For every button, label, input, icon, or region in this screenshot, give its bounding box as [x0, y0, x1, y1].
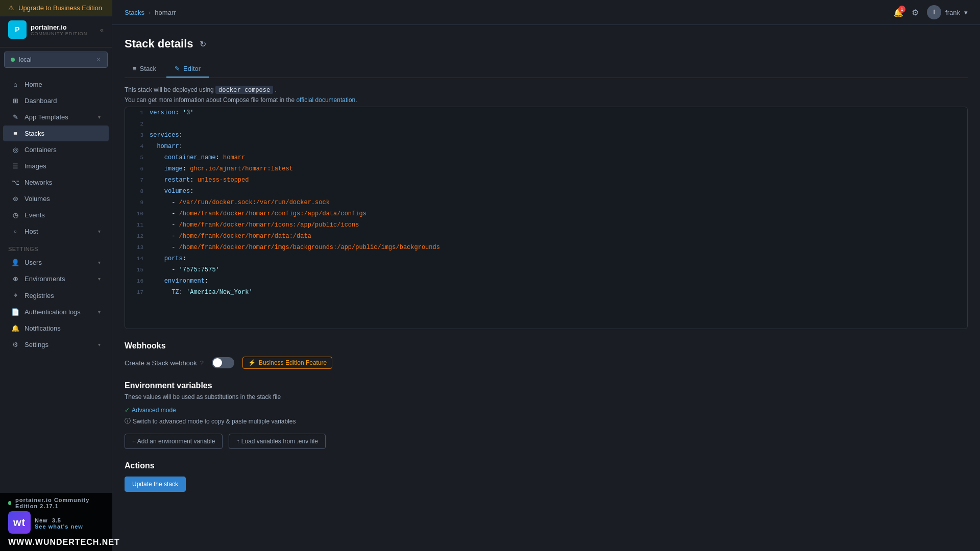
code-line-1: 1 version: '3': [125, 107, 967, 118]
code-editor[interactable]: 1 version: '3' 2 3 services: 4 homarr: 5: [125, 107, 968, 329]
notifications-bell-icon[interactable]: 🔔 1: [893, 8, 903, 17]
code-line-4: 4 homarr:: [125, 141, 967, 152]
info-icon: ⓘ: [125, 417, 131, 425]
watermark-version-info: New 3.5 See what's new: [35, 517, 83, 530]
editor-tab-icon: ✎: [175, 65, 180, 72]
notifications-icon: 🔔: [11, 324, 19, 332]
sidebar-item-stacks[interactable]: ≡ Stacks: [3, 126, 109, 141]
sidebar-item-home[interactable]: ⌂ Home: [3, 77, 109, 92]
sidebar-item-label: Events: [24, 211, 45, 219]
sidebar-item-registries[interactable]: ⌖ Registries: [3, 287, 109, 304]
code-line-11: 11 - /home/frank/docker/homarr/icons:/ap…: [125, 219, 967, 231]
toggle-knob: [213, 358, 222, 367]
code-line-7: 7 restart: unless-stopped: [125, 174, 967, 186]
breadcrumb-current: homarr: [155, 9, 176, 16]
sidebar-item-containers[interactable]: ◎ Containers: [3, 142, 109, 158]
sidebar-item-settings[interactable]: ⚙ Settings ▾: [3, 337, 109, 353]
volumes-icon: ⊚: [11, 195, 19, 203]
compose-info: This stack will be deployed using docker…: [125, 86, 968, 93]
webhooks-title: Webhooks: [125, 341, 968, 350]
chevron-down-icon: ▾: [98, 342, 101, 347]
sidebar-item-events[interactable]: ◷ Events: [3, 207, 109, 223]
load-env-file-button[interactable]: ↑ Load variables from .env file: [229, 434, 325, 449]
sidebar-collapse-icon[interactable]: «: [100, 26, 104, 34]
sidebar-item-host[interactable]: ▫ Host ▾: [3, 223, 109, 239]
breadcrumb: Stacks › homarr: [125, 9, 176, 16]
official-docs-link[interactable]: official documentation: [296, 96, 355, 104]
see-whats-new-link[interactable]: See what's new: [35, 523, 83, 530]
watermark-new-row: wt New 3.5 See what's new: [8, 511, 104, 536]
sidebar-item-volumes[interactable]: ⊚ Volumes: [3, 191, 109, 207]
sidebar-item-notifications[interactable]: 🔔 Notifications: [3, 320, 109, 336]
env-vars-subtitle: These values will be used as substitutio…: [125, 393, 968, 400]
tab-stack[interactable]: ≡ Stack: [125, 61, 164, 78]
username-label: frank: [945, 9, 960, 16]
sidebar-item-app-templates[interactable]: ✎ App Templates ▾: [3, 109, 109, 125]
chevron-down-icon: ▾: [98, 229, 101, 234]
registries-icon: ⌖: [11, 291, 19, 299]
topnav: Stacks › homarr 🔔 1 ⚙ f frank ▾: [112, 0, 980, 25]
sidebar-item-images[interactable]: ☰ Images: [3, 158, 109, 174]
watermark-portainer-logo: portainer.io Community Edition 2.17.1: [8, 497, 104, 509]
code-line-9: 9 - /var/run/docker.sock:/var/run/docker…: [125, 197, 967, 208]
sidebar-item-environments[interactable]: ⊕ Environments ▾: [3, 271, 109, 287]
sidebar: ⚠ Upgrade to Business Edition P portaine…: [0, 0, 112, 551]
upgrade-bar[interactable]: ⚠ Upgrade to Business Edition: [0, 0, 112, 16]
host-icon: ▫: [11, 228, 19, 235]
sidebar-item-dashboard[interactable]: ⊞ Dashboard: [3, 93, 109, 109]
settings-gear-icon[interactable]: ⚙: [912, 8, 919, 17]
sidebar-item-networks[interactable]: ⌥ Networks: [3, 174, 109, 190]
content-area: Stack details ↻ ≡ Stack ✎ Editor This st…: [112, 25, 980, 551]
docs-info: You can get more information about Compo…: [125, 96, 968, 104]
env-mode-hint: ⓘ Switch to advanced mode to copy & past…: [125, 417, 968, 425]
environments-icon: ⊕: [11, 275, 19, 283]
dashboard-icon: ⊞: [11, 97, 19, 105]
sidebar-item-users[interactable]: 👤 Users ▾: [3, 255, 109, 270]
main-area: Stacks › homarr 🔔 1 ⚙ f frank ▾: [112, 0, 980, 551]
settings-section-label: Settings: [0, 240, 112, 254]
help-icon[interactable]: ?: [200, 359, 204, 367]
tab-bar: ≡ Stack ✎ Editor: [125, 61, 968, 78]
page-header: Stack details ↻: [125, 37, 968, 51]
sidebar-item-label: Registries: [24, 292, 54, 299]
containers-icon: ◎: [11, 146, 19, 154]
sidebar-nav: ⌂ Home ⊞ Dashboard ✎ App Templates ▾ ≡ S…: [0, 72, 112, 551]
code-line-5: 5 container_name: homarr: [125, 152, 967, 163]
user-menu[interactable]: f frank ▾: [927, 5, 968, 19]
sidebar-item-auth-logs[interactable]: 📄 Authentication logs ▾: [3, 304, 109, 320]
webhook-toggle[interactable]: [212, 357, 234, 368]
app-templates-icon: ✎: [11, 113, 19, 121]
chevron-down-icon: ▾: [964, 9, 968, 16]
tab-editor[interactable]: ✎ Editor: [166, 61, 209, 78]
code-line-8: 8 volumes:: [125, 186, 967, 197]
warning-icon: ⚠: [8, 4, 14, 12]
env-close-icon[interactable]: ✕: [96, 56, 101, 63]
env-badge: local ✕: [4, 52, 108, 68]
sidebar-item-label: Users: [24, 259, 42, 266]
refresh-icon[interactable]: ↻: [200, 39, 206, 49]
add-env-variable-button[interactable]: + Add an environment variable: [125, 434, 223, 449]
sidebar-item-label: Images: [24, 162, 46, 170]
advanced-mode-link[interactable]: ✓ Advanced mode: [125, 407, 968, 414]
business-edition-badge: ⚡ Business Edition Feature: [242, 357, 332, 369]
portainer-logo-icon: P: [8, 20, 27, 39]
webhooks-section: Webhooks Create a Stack webhook ? ⚡ Busi…: [125, 341, 968, 369]
sidebar-item-label: Authentication logs: [24, 308, 81, 316]
networks-icon: ⌥: [11, 179, 19, 186]
update-stack-button[interactable]: Update the stack: [125, 477, 186, 492]
code-line-14: 14 ports:: [125, 253, 967, 264]
sidebar-item-label: Notifications: [24, 324, 61, 332]
topnav-right: 🔔 1 ⚙ f frank ▾: [893, 5, 968, 19]
images-icon: ☰: [11, 162, 19, 170]
sidebar-item-label: Containers: [24, 146, 57, 154]
env-status-dot: [11, 58, 15, 62]
sidebar-item-label: Volumes: [24, 195, 50, 203]
code-line-17: 17 TZ: 'America/New_York': [125, 287, 967, 298]
logo-text: portainer.io COMMUNITY EDITION: [31, 23, 87, 36]
code-line-13: 13 - /home/frank/docker/homarr/imgs/back…: [125, 242, 967, 253]
action-buttons: Update the stack: [125, 477, 968, 492]
chevron-down-icon: ▾: [98, 309, 101, 315]
env-vars-section: Environment variables These values will …: [125, 381, 968, 449]
breadcrumb-parent[interactable]: Stacks: [125, 9, 144, 16]
avatar: f: [927, 5, 941, 19]
